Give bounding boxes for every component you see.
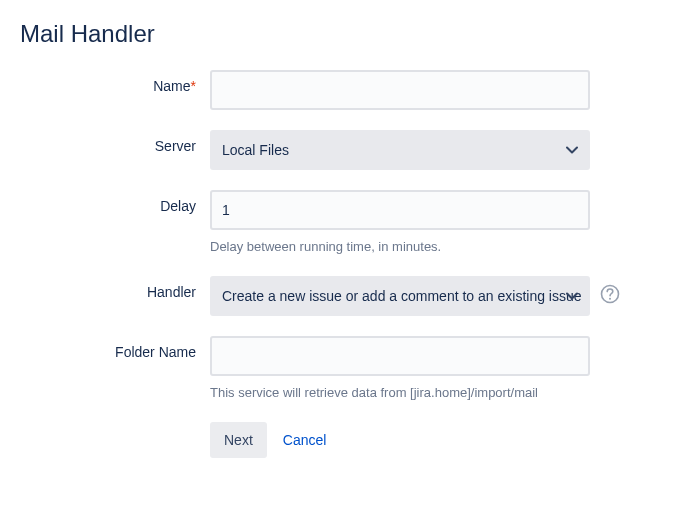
handler-select[interactable]: Create a new issue or add a comment to a… [210, 276, 590, 316]
server-select[interactable]: Local Files [210, 130, 590, 170]
label-folder: Folder Name [20, 336, 210, 360]
row-folder: Folder Name This service will retrieve d… [20, 336, 669, 402]
label-delay: Delay [20, 190, 210, 214]
row-buttons: Next Cancel [20, 422, 669, 458]
row-delay: Delay Delay between running time, in min… [20, 190, 669, 256]
handler-selected-value: Create a new issue or add a comment to a… [222, 288, 582, 304]
server-selected-value: Local Files [222, 142, 289, 158]
row-name: Name* [20, 70, 669, 110]
cancel-button[interactable]: Cancel [283, 422, 327, 458]
label-server: Server [20, 130, 210, 154]
label-handler: Handler [20, 276, 210, 300]
name-input[interactable] [210, 70, 590, 110]
folder-input[interactable] [210, 336, 590, 376]
page-title: Mail Handler [20, 20, 669, 48]
row-server: Server Local Files [20, 130, 669, 170]
name-label-text: Name [153, 78, 190, 94]
label-name: Name* [20, 70, 210, 94]
row-handler: Handler Create a new issue or add a comm… [20, 276, 669, 316]
required-asterisk: * [191, 78, 196, 94]
svg-point-1 [609, 298, 611, 300]
next-button[interactable]: Next [210, 422, 267, 458]
folder-help-text: This service will retrieve data from [ji… [210, 384, 590, 402]
delay-help-text: Delay between running time, in minutes. [210, 238, 590, 256]
delay-input[interactable] [210, 190, 590, 230]
help-icon[interactable] [600, 284, 620, 307]
